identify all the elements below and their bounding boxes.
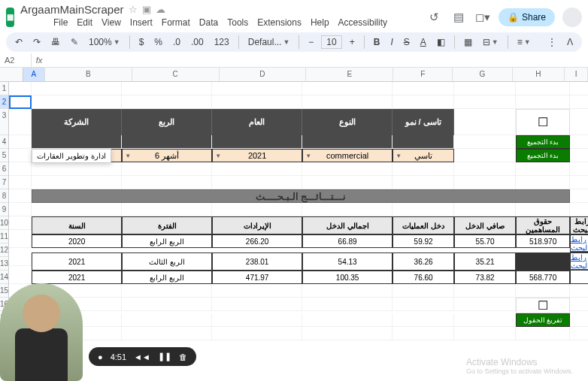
name-box[interactable]: A2 [0,53,32,67]
menu-view[interactable]: View [102,17,121,28]
bold-button[interactable]: B [371,35,383,49]
table-cell[interactable]: 2021 [32,271,122,284]
more-icon[interactable]: ⋮ [544,35,559,49]
col-header[interactable]: I [565,68,588,81]
table-cell[interactable]: 76.60 [393,271,454,284]
quarter-select[interactable]: ▼6 أشهر [122,149,212,162]
meet-icon[interactable]: ◻▾ [474,9,491,26]
star-icon[interactable]: ☆ [129,4,138,15]
active-cell[interactable] [9,95,32,109]
fill-color[interactable]: ◧ [434,35,448,49]
share-button[interactable]: 🔒 Share [499,8,555,26]
row-header[interactable]: 8 [0,189,8,203]
borders-button[interactable]: ▦ [461,35,475,49]
table-cell[interactable]: 35.21 [454,252,516,271]
row-header[interactable]: 12 [0,243,8,257]
size-minus[interactable]: − [305,35,317,49]
menu-tools[interactable]: Tools [227,17,248,28]
menu-file[interactable]: File [53,17,68,28]
delete-icon[interactable]: 🗑 [179,352,187,361]
row-header[interactable]: 11 [0,230,8,243]
table-cell[interactable]: 238.01 [212,252,302,271]
menu-help[interactable]: Help [311,17,329,28]
search-link[interactable]: رابط البحث [570,234,588,252]
menu-extensions[interactable]: Extensions [257,17,302,28]
record-icon[interactable]: ● [98,352,103,361]
align-button[interactable]: ≡▼ [514,35,534,49]
menu-accessibility[interactable]: Accessibility [338,17,387,28]
row-header[interactable]: 6 [0,162,8,176]
col-header[interactable]: C [132,68,220,81]
dec-increase[interactable]: .00 [188,35,207,49]
checkbox-1[interactable]: ☐ [516,109,570,135]
text-color[interactable]: A [417,35,429,49]
table-cell[interactable]: 2021 [32,252,122,271]
table-cell[interactable]: 73.82 [454,271,516,284]
merge-button[interactable]: ⊟▼ [480,35,502,49]
table-cell[interactable]: 59.92 [393,234,454,248]
pause-icon[interactable]: ❚❚ [158,352,171,361]
col-header[interactable]: A [23,68,45,81]
col-header[interactable]: E [306,68,393,81]
redo-icon[interactable]: ↷ [30,35,44,49]
table-cell[interactable]: 100.35 [302,271,393,284]
strike-button[interactable]: S [401,35,413,49]
row-header[interactable]: 5 [0,149,8,162]
percent-button[interactable]: % [151,35,165,49]
move-icon[interactable]: ▣ [142,4,151,15]
cloud-icon[interactable]: ☁ [156,4,165,15]
row-header[interactable]: 1 [0,82,8,95]
print-icon[interactable]: 🖶 [48,35,63,49]
select-all-corner[interactable] [0,68,23,81]
table-cell[interactable]: 54.13 [302,252,393,271]
col-header[interactable]: H [513,68,565,81]
menu-data[interactable]: Data [199,17,218,28]
company-dropdown-item[interactable]: ادارة وتطوير العقارات [32,149,111,163]
comment-icon[interactable]: ▤ [450,9,467,26]
account-avatar[interactable] [562,8,582,27]
table-cell[interactable]: 568.770 [516,271,570,284]
table-cell[interactable]: الربع الثالث [122,252,212,271]
table-cell-empty[interactable] [516,252,570,271]
col-header[interactable]: D [220,68,307,81]
basic-select[interactable]: ▼تاسي [393,149,454,162]
italic-button[interactable]: I [387,35,396,49]
year-select[interactable]: ▼2021 [212,149,302,162]
format-123[interactable]: 123 [211,35,232,49]
col-header[interactable]: G [453,68,512,81]
row-header[interactable]: 2 [0,95,8,109]
clear-button[interactable]: تفريغ الحقول [516,313,570,327]
table-cell[interactable]: الربع الرابع [122,271,212,284]
table-cell[interactable]: 66.89 [302,234,393,248]
row-header[interactable]: 4 [0,135,8,149]
type-select[interactable]: ▼commercial [302,149,393,162]
table-cell[interactable]: الربع الرابع [122,234,212,248]
row-header[interactable]: 9 [0,203,8,216]
collapse-icon[interactable]: ᐱ [564,35,576,49]
menu-edit[interactable]: Edit [77,17,92,28]
search-link[interactable]: رابط البحث [570,252,588,271]
dec-decrease[interactable]: .0 [170,35,183,49]
start-button[interactable]: بدء التجميع [516,135,570,149]
row-header[interactable]: 14 [0,271,8,284]
size-plus[interactable]: + [347,35,358,49]
table-cell[interactable]: 471.97 [212,271,302,284]
font-select[interactable]: Defaul...▼ [245,35,293,49]
checkbox-2[interactable]: ☐ [516,298,570,313]
col-header[interactable]: F [393,68,453,81]
col-header[interactable]: B [45,68,132,81]
doc-title[interactable]: ArgaamMainScraper [20,3,124,16]
font-size[interactable]: 10 [321,35,341,49]
zoom-select[interactable]: 100%▼ [86,35,123,49]
prev-icon[interactable]: ◄◄ [134,352,150,361]
currency-button[interactable]: $ [136,35,147,49]
undo-icon[interactable]: ↶ [12,35,26,49]
paint-icon[interactable]: ✎ [68,35,81,49]
row-header[interactable]: 13 [0,257,8,271]
table-cell[interactable]: 266.20 [212,234,302,248]
start-button[interactable]: بدء التجميع [516,149,570,162]
history-icon[interactable]: ↺ [426,9,443,26]
menu-insert[interactable]: Insert [130,17,153,28]
table-cell[interactable]: 2020 [32,234,122,248]
table-cell[interactable]: 55.70 [454,234,516,248]
